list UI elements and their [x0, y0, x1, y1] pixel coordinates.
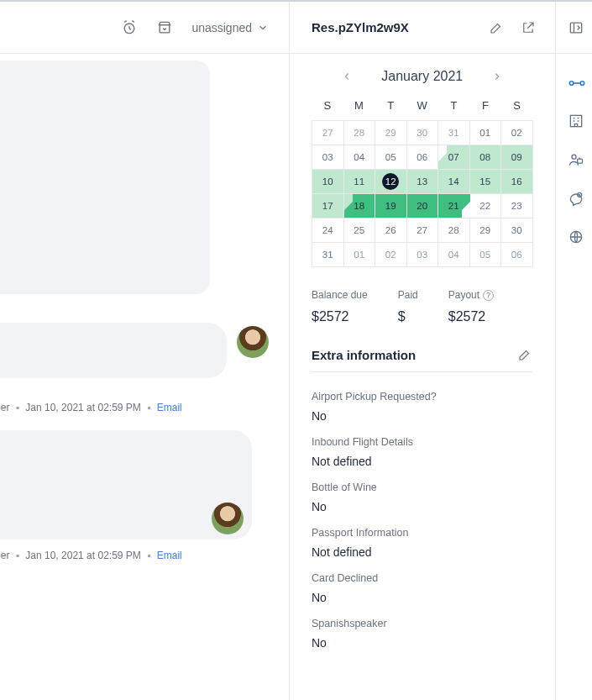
field-label: Airport Pickup Requested?: [312, 391, 533, 403]
message-author: Housekeeper: [0, 402, 9, 413]
rail-guest-icon[interactable]: [568, 151, 584, 168]
snooze-icon[interactable]: [121, 19, 138, 36]
calendar-day[interactable]: 04: [438, 243, 470, 267]
message-channel[interactable]: Email: [157, 550, 182, 561]
message-time: 02:59 PM: [97, 550, 140, 561]
extra-info-field: Passport InformationNot defined: [312, 527, 533, 559]
message-meta: Housekeeper ▪ Jan 10, 2021 at 02:59 PM ▪…: [0, 402, 182, 413]
calendar-day[interactable]: 27: [312, 121, 344, 145]
calendar-day[interactable]: 23: [501, 194, 533, 218]
calendar-weekday: T: [438, 96, 470, 115]
extra-info-fields: Airport Pickup Requested?NoInbound Fligh…: [290, 372, 555, 675]
calendar-day[interactable]: 04: [344, 145, 376, 170]
calendar-day[interactable]: 30: [407, 121, 439, 145]
calendar-day[interactable]: 01: [470, 121, 502, 145]
field-label: Card Declined: [312, 572, 533, 584]
calendar-day[interactable]: 05: [375, 145, 407, 170]
calendar-day[interactable]: 24: [312, 218, 344, 243]
calendar-day[interactable]: 19: [375, 194, 407, 218]
calendar-day[interactable]: 28: [344, 121, 376, 145]
archive-icon[interactable]: [156, 19, 173, 36]
calendar-day[interactable]: 20: [407, 194, 439, 218]
calendar-day[interactable]: 03: [407, 243, 439, 267]
calendar-day[interactable]: 09: [501, 145, 533, 170]
calendar-day[interactable]: 08: [470, 145, 502, 170]
field-value: No: [312, 409, 533, 423]
field-label: Inbound Flight Details: [312, 436, 533, 448]
message-time: 02:59 PM: [97, 402, 140, 413]
chevron-down-icon: [257, 22, 269, 34]
calendar-day[interactable]: 28: [438, 218, 470, 243]
calendar-day[interactable]: 26: [375, 218, 407, 243]
calendar-day[interactable]: 30: [501, 218, 533, 243]
reservation-detail-pane: Res.pZYlm2w9X January 2021 SMTWTFS: [290, 2, 556, 700]
rail-property-icon[interactable]: [568, 113, 584, 129]
message-channel[interactable]: Email: [157, 402, 182, 413]
calendar-day[interactable]: 31: [312, 243, 344, 267]
edit-extra-info-icon[interactable]: [516, 346, 533, 363]
balance-due-label: Balance due: [312, 289, 368, 301]
calendar-day[interactable]: 06: [407, 145, 439, 170]
calendar-day[interactable]: 11: [344, 170, 376, 194]
calendar-day[interactable]: 17: [312, 194, 344, 218]
avatar: [212, 503, 244, 534]
extra-info-header: Extra information: [290, 329, 555, 371]
calendar-day[interactable]: 05: [470, 243, 502, 267]
calendar-day[interactable]: 10: [312, 170, 344, 194]
calendar-day[interactable]: 16: [501, 170, 533, 194]
message-meta: Housekeeper ▪ Jan 10, 2021 at 02:59 PM ▪…: [0, 550, 182, 561]
svg-rect-5: [570, 115, 581, 126]
calendar-day[interactable]: 03: [312, 145, 344, 170]
calendar-prev[interactable]: [341, 71, 353, 82]
message-row: [0, 323, 269, 378]
reservation-id: Res.pZYlm2w9X: [312, 20, 409, 34]
rail-globe-icon[interactable]: [568, 229, 584, 245]
calendar-day[interactable]: 14: [438, 170, 470, 194]
side-rail: [556, 2, 593, 700]
calendar-next[interactable]: [491, 71, 503, 82]
assign-dropdown[interactable]: unassigned: [191, 21, 269, 34]
calendar-day[interactable]: 31: [438, 121, 470, 145]
conversation-header: unassigned: [0, 2, 289, 54]
edit-icon[interactable]: [488, 19, 505, 36]
calendar-day[interactable]: 29: [375, 121, 407, 145]
help-icon[interactable]: ?: [483, 290, 494, 301]
calendar-day[interactable]: 02: [501, 121, 533, 145]
calendar-weekday: S: [312, 96, 343, 115]
message-date: Jan 10, 2021: [25, 402, 83, 413]
calendar-day[interactable]: 22: [470, 194, 502, 218]
rail-timeline-icon[interactable]: [568, 74, 584, 91]
message-bubble: [0, 323, 227, 378]
calendar-day[interactable]: 06: [501, 243, 533, 267]
calendar-weekday: S: [501, 96, 533, 115]
field-label: Spanishspeaker: [312, 618, 533, 629]
calendar-day[interactable]: 02: [375, 243, 407, 267]
calendar-day[interactable]: 12: [375, 170, 407, 194]
detail-header: Res.pZYlm2w9X: [290, 2, 555, 54]
paid-label: Paid: [398, 289, 418, 301]
open-external-icon[interactable]: [520, 19, 537, 36]
field-value: No: [312, 500, 533, 513]
balance-due-value: $2572: [312, 309, 368, 324]
field-value: Not defined: [312, 545, 533, 559]
collapse-panel-icon[interactable]: [568, 19, 584, 36]
field-label: Bottle of Wine: [312, 482, 533, 493]
rail-activity-icon[interactable]: [568, 190, 584, 207]
calendar-day[interactable]: 13: [407, 170, 439, 194]
svg-point-4: [580, 82, 584, 86]
calendar-day[interactable]: 15: [470, 170, 502, 194]
calendar-day[interactable]: 29: [470, 218, 502, 243]
extra-info-field: SpanishspeakerNo: [312, 618, 533, 650]
calendar-day[interactable]: 18: [344, 194, 376, 218]
message-row: [0, 499, 244, 536]
payout-value: $2572: [448, 309, 494, 324]
calendar-weekday: M: [343, 96, 375, 115]
avatar: [237, 326, 269, 358]
calendar-day[interactable]: 21: [438, 194, 470, 218]
calendar-day[interactable]: 25: [344, 218, 376, 243]
extra-info-field: Card DeclinedNo: [312, 572, 533, 604]
message-date: Jan 10, 2021: [25, 550, 83, 561]
calendar-day[interactable]: 01: [344, 243, 376, 267]
calendar-day[interactable]: 07: [438, 145, 470, 170]
calendar-day[interactable]: 27: [407, 218, 439, 243]
